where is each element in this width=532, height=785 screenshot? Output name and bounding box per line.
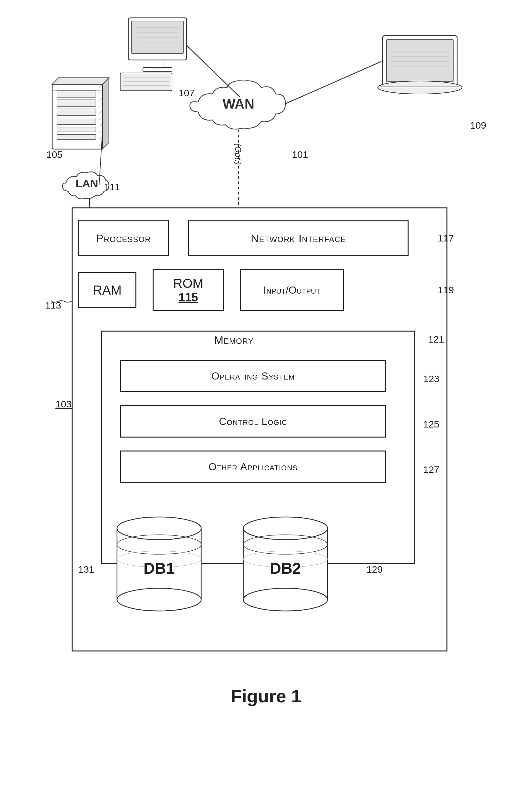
ram-box: RAM — [78, 272, 136, 308]
svg-marker-40 — [52, 78, 109, 84]
figure-label: Figure 1 — [231, 685, 301, 707]
svg-marker-41 — [102, 78, 109, 149]
svg-rect-27 — [57, 127, 96, 132]
svg-line-33 — [99, 102, 106, 107]
db1-container: DB1 — [114, 509, 205, 613]
svg-rect-1 — [132, 21, 183, 53]
rom-box: ROM 115 — [153, 269, 224, 311]
ram-label: RAM — [93, 283, 122, 298]
diagram: WAN LAN — [39, 10, 493, 723]
page: WAN LAN — [0, 0, 532, 785]
svg-text:LAN: LAN — [76, 177, 98, 189]
control-logic-box: Control Logic — [120, 405, 386, 437]
control-logic-label: Control Logic — [219, 415, 287, 428]
svg-line-39 — [99, 141, 106, 146]
svg-line-31 — [99, 89, 106, 94]
rom-sub: 115 — [179, 291, 198, 304]
ref-129: 129 — [367, 564, 383, 575]
svg-line-30 — [99, 83, 106, 87]
svg-point-50 — [117, 517, 201, 540]
svg-line-37 — [99, 128, 106, 133]
svg-rect-23 — [57, 91, 96, 97]
svg-rect-2 — [151, 60, 164, 68]
svg-text:DB1: DB1 — [143, 560, 175, 577]
ref-123: 123 — [423, 373, 439, 384]
svg-line-36 — [99, 122, 106, 126]
processor-label: Processor — [96, 232, 151, 245]
rom-label: ROM — [173, 276, 203, 291]
svg-line-32 — [99, 96, 106, 100]
svg-rect-14 — [387, 40, 453, 82]
svg-rect-25 — [57, 109, 96, 116]
svg-line-38 — [99, 134, 106, 140]
memory-label: Memory — [214, 334, 254, 347]
svg-rect-26 — [57, 118, 96, 124]
ref-103: 103 — [55, 399, 72, 410]
svg-rect-0 — [128, 18, 187, 60]
os-label: Operating System — [211, 370, 295, 382]
svg-text:DB2: DB2 — [270, 560, 301, 577]
svg-line-47 — [99, 133, 102, 185]
svg-point-57 — [243, 588, 327, 611]
svg-line-35 — [99, 115, 106, 120]
svg-text:WAN: WAN — [222, 96, 254, 111]
os-box: Operating System — [120, 360, 386, 392]
svg-rect-24 — [57, 100, 96, 106]
svg-rect-4 — [120, 73, 172, 91]
ref-125: 125 — [423, 419, 439, 430]
io-box: Input/Output — [240, 269, 344, 311]
svg-rect-28 — [57, 134, 96, 140]
ref-131: 131 — [78, 564, 94, 575]
ref-113: 113 — [45, 300, 61, 311]
ref-127: 127 — [423, 464, 439, 475]
svg-line-34 — [99, 108, 106, 113]
network-interface-label: Network Interface — [251, 232, 346, 245]
ref-121: 121 — [428, 334, 444, 345]
ref-117: 117 — [438, 233, 454, 244]
svg-rect-22 — [52, 84, 102, 149]
processor-box: Processor — [78, 220, 169, 256]
other-apps-box: Other Applications — [120, 451, 386, 483]
svg-point-56 — [243, 517, 327, 540]
ref-111: 111 — [104, 181, 120, 193]
ref-107: 107 — [179, 87, 195, 99]
io-label: Input/Output — [263, 284, 320, 296]
db2-container: DB2 — [240, 509, 331, 613]
svg-point-51 — [117, 588, 201, 611]
other-apps-label: Other Applications — [208, 461, 297, 473]
svg-rect-3 — [143, 68, 172, 71]
ref-109: 109 — [470, 120, 486, 131]
opt-label: (Opt.) — [233, 143, 243, 164]
svg-line-45 — [286, 61, 381, 104]
ref-105: 105 — [46, 149, 62, 160]
ref-101: 101 — [292, 149, 308, 160]
svg-point-15 — [378, 81, 462, 94]
ref-119: 119 — [438, 284, 454, 296]
network-interface-box: Network Interface — [188, 220, 408, 256]
svg-rect-13 — [383, 36, 457, 86]
